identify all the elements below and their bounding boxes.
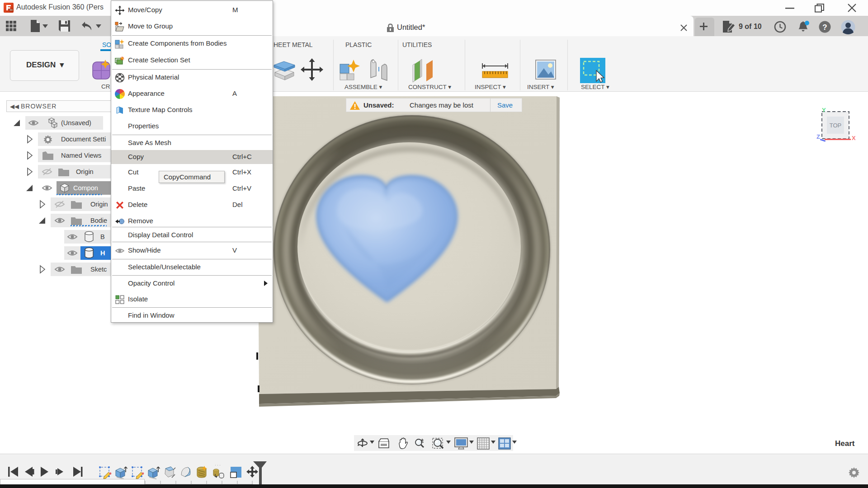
svg-text:TOP: TOP — [830, 122, 842, 129]
svg-text:360: 360 — [9, 9, 13, 11]
svg-text:?: ? — [822, 23, 827, 32]
